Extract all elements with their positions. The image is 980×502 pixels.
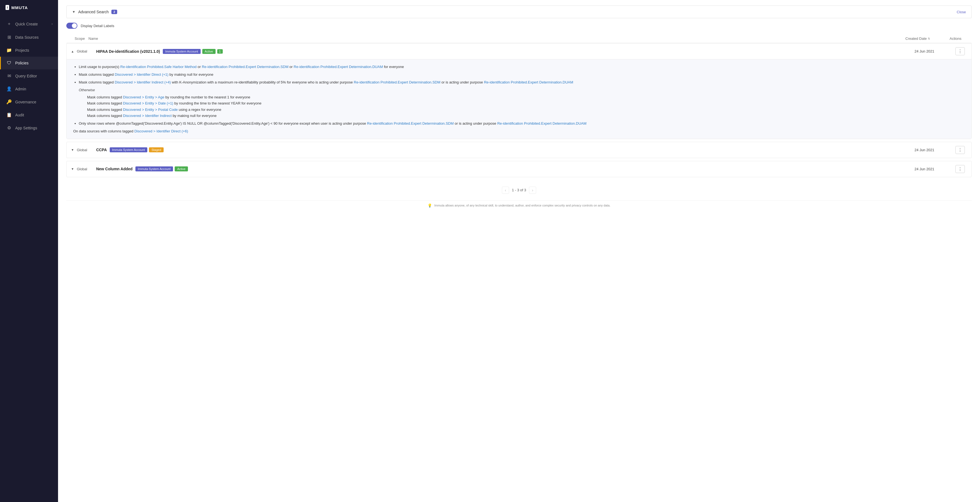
badge-staged: Staged — [149, 147, 164, 152]
pagination-next-button[interactable]: › — [529, 186, 536, 194]
policy-row: ▼ Global CCPA Immuta System AccountStage… — [66, 142, 972, 158]
policy-date-2: 24 Jun 2021 — [915, 148, 953, 152]
pagination-info: 1 - 3 of 3 — [512, 188, 526, 192]
sidebar-item-audit[interactable]: 📋 Audit — [0, 108, 58, 121]
policy-name-3: New Column Added — [96, 167, 133, 171]
policy-name-1: HIPAA De-identification (v2021.1.0) — [96, 49, 160, 54]
th-created-date[interactable]: Created Date ⇅ — [905, 37, 950, 41]
sidebar-item-label-projects: Projects — [15, 48, 29, 53]
sidebar-item-data-sources[interactable]: ⊞ Data Sources — [0, 31, 58, 44]
logo: I MMUTA — [0, 0, 58, 15]
policy-expand-icon-2[interactable]: ▼ — [71, 148, 74, 151]
policy-scope-3: Global — [77, 167, 96, 171]
sidebar: I MMUTA ＋ Quick Create › ⊞ Data Sources … — [0, 0, 58, 502]
link-safe-harbor[interactable]: Re-identification Prohibited.Safe Harbor… — [120, 65, 197, 69]
sidebar-item-label-data-sources: Data Sources — [15, 35, 39, 40]
badge-count: 1 — [217, 49, 223, 54]
sidebar-item-governance[interactable]: 🔑 Governance — [0, 96, 58, 108]
projects-icon: 📁 — [6, 48, 12, 53]
sidebar-item-query-editor[interactable]: ✉ Query Editor — [0, 69, 58, 82]
sidebar-item-label-app-settings: App Settings — [15, 126, 37, 130]
sidebar-item-quick-create[interactable]: ＋ Quick Create › — [0, 17, 58, 31]
governance-icon: 🔑 — [6, 99, 12, 105]
link-entity-postal[interactable]: Discovered > Entity > Postal Code — [123, 108, 178, 112]
policy-menu-button-2[interactable]: ⋮ — [955, 146, 965, 154]
link-expert-duam-3[interactable]: Re-identification Prohibited.Expert Dete… — [497, 121, 587, 126]
sidebar-item-label-query-editor: Query Editor — [15, 74, 37, 78]
advanced-search-badge: 2 — [111, 10, 117, 14]
policy-actions-2: ⋮ — [953, 146, 967, 154]
link-identifier-indirect-2[interactable]: Discovered > Identifier Indirect — [123, 114, 172, 118]
advanced-search-title: Advanced Search — [78, 10, 109, 14]
policy-badges-3: Immuta System AccountActive — [135, 166, 915, 171]
otherwise-item-age: Mask columns tagged Discovered > Entity … — [87, 94, 965, 100]
link-identifier-direct-6[interactable]: Discovered > Identifier Direct (+6) — [134, 129, 188, 133]
query-editor-icon: ✉ — [6, 73, 12, 78]
sort-icon[interactable]: ⇅ — [928, 37, 930, 40]
badge-system: Immuta System Account — [163, 49, 200, 54]
sidebar-nav: ＋ Quick Create › ⊞ Data Sources 📁 Projec… — [0, 15, 58, 502]
policy-actions-1: ⋮ — [953, 47, 967, 55]
policy-header-1[interactable]: ▲ Global HIPAA De-identification (v2021.… — [67, 43, 971, 59]
policy-bullet-3: Mask columns tagged Discovered > Identif… — [79, 79, 965, 85]
footer-icon: 💡 — [428, 204, 432, 207]
adv-search-left: ▼ Advanced Search 2 — [72, 10, 117, 14]
pagination-prev-button[interactable]: ‹ — [502, 186, 509, 194]
link-identifier-indirect[interactable]: Discovered > Identifier Indirect (+4) — [115, 80, 171, 84]
link-entity-age[interactable]: Discovered > Entity > Age — [123, 95, 164, 99]
th-scope: Scope — [66, 37, 88, 41]
policy-menu-button-3[interactable]: ⋮ — [955, 165, 965, 173]
policy-header-3[interactable]: ▼ Global New Column Added Immuta System … — [67, 161, 971, 177]
policy-row: ▲ Global HIPAA De-identification (v2021.… — [66, 43, 972, 139]
sidebar-item-label-quick-create: Quick Create — [15, 22, 38, 26]
display-detail-labels-label: Display Detail Labels — [81, 24, 114, 28]
policy-badges-2: Immuta System AccountStaged — [110, 147, 915, 152]
table-header: Scope Name Created Date ⇅ Actions — [66, 34, 972, 43]
logo-text: MMUTA — [11, 5, 28, 10]
otherwise-item-indirect: Mask columns tagged Discovered > Identif… — [87, 113, 965, 119]
link-expert-duam-1[interactable]: Re-identification Prohibited.Expert Dete… — [294, 65, 383, 69]
link-expert-sdm-1[interactable]: Re-identification Prohibited.Expert Dete… — [202, 65, 288, 69]
sidebar-item-label-admin: Admin — [15, 87, 26, 91]
sidebar-item-policies[interactable]: 🛡 Policies — [0, 57, 58, 69]
otherwise-block: Otherwise Mask columns tagged Discovered… — [79, 87, 965, 119]
sidebar-item-admin[interactable]: 👤 Admin — [0, 82, 58, 96]
policy-row-rule: Only show rows where @columnTagged('Disc… — [79, 121, 965, 127]
display-detail-labels-toggle[interactable] — [66, 23, 77, 29]
policy-expand-icon-3[interactable]: ▼ — [71, 167, 74, 171]
main-content: ▼ Advanced Search 2 Close Display Detail… — [58, 0, 980, 502]
otherwise-item-postal: Mask columns tagged Discovered > Entity … — [87, 107, 965, 113]
policy-bullet-2: Mask columns tagged Discovered > Identif… — [79, 72, 965, 78]
policy-menu-button-1[interactable]: ⋮ — [955, 47, 965, 55]
sidebar-item-label-policies: Policies — [15, 61, 29, 65]
otherwise-item-date: Mask columns tagged Discovered > Entity … — [87, 100, 965, 107]
policy-date-1: 24 Jun 2021 — [915, 49, 953, 53]
sidebar-item-app-settings[interactable]: ⚙ App Settings — [0, 121, 58, 134]
data-sources-icon: ⊞ — [6, 35, 12, 40]
policy-list: ▲ Global HIPAA De-identification (v2021.… — [66, 43, 972, 177]
sidebar-item-label-governance: Governance — [15, 100, 36, 104]
sidebar-item-projects[interactable]: 📁 Projects — [0, 44, 58, 57]
advanced-search-close-button[interactable]: Close — [957, 10, 966, 14]
policy-expand-icon-1[interactable]: ▲ — [71, 50, 74, 53]
policy-scope-1: Global — [77, 49, 96, 53]
policy-row: ▼ Global New Column Added Immuta System … — [66, 161, 972, 177]
link-entity-date[interactable]: Discovered > Entity > Date (+1) — [123, 101, 173, 105]
otherwise-label: Otherwise — [79, 87, 965, 93]
sidebar-item-label-audit: Audit — [15, 113, 24, 117]
link-expert-sdm-2[interactable]: Re-identification Prohibited.Expert Dete… — [354, 80, 441, 84]
link-expert-duam-2[interactable]: Re-identification Prohibited.Expert Dete… — [484, 80, 573, 84]
app-settings-icon: ⚙ — [6, 125, 12, 131]
logo-box: I — [6, 5, 9, 10]
footer: 💡 Immuta allows anyone, of any technical… — [66, 201, 972, 213]
link-identifier-direct[interactable]: Discovered > Identifier Direct (+1) — [115, 72, 168, 76]
advanced-search-expand-icon[interactable]: ▼ — [72, 10, 75, 14]
policy-name-2: CCPA — [96, 148, 107, 152]
link-expert-sdm-3[interactable]: Re-identification Prohibited.Expert Dete… — [367, 121, 454, 126]
policy-bullet-1: Limit usage to purpose(s) Re-identificat… — [79, 64, 965, 70]
pagination: ‹ 1 - 3 of 3 › — [66, 180, 972, 201]
audit-icon: 📋 — [6, 112, 12, 118]
policy-header-2[interactable]: ▼ Global CCPA Immuta System AccountStage… — [67, 142, 971, 158]
otherwise-items: Mask columns tagged Discovered > Entity … — [87, 94, 965, 119]
policy-date-3: 24 Jun 2021 — [915, 167, 953, 171]
